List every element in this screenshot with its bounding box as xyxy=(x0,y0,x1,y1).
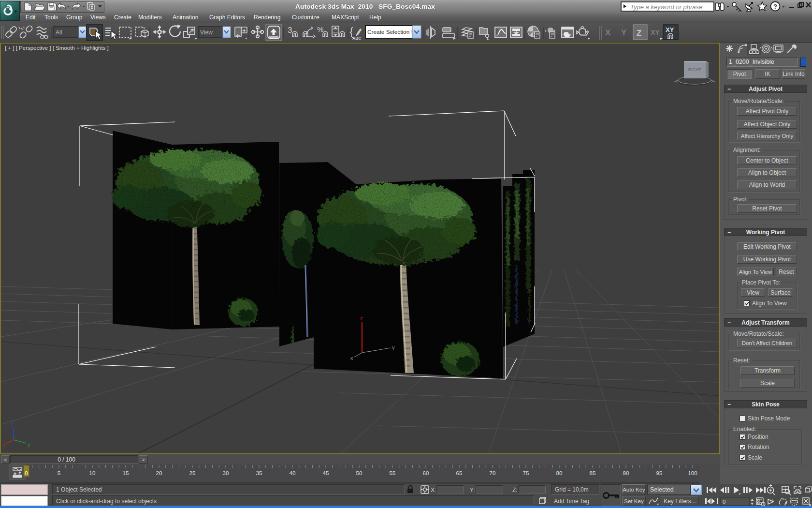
svg-text:15: 15 xyxy=(123,470,129,476)
svg-text:x: x xyxy=(2,442,5,448)
svg-text:30: 30 xyxy=(223,470,229,476)
svg-text:60: 60 xyxy=(423,470,429,476)
svg-text:65: 65 xyxy=(456,470,463,476)
svg-text:?: ? xyxy=(773,3,777,10)
svg-text:All: All xyxy=(56,29,62,36)
svg-text:70: 70 xyxy=(490,470,496,476)
svg-text:0: 0 xyxy=(25,470,28,476)
svg-text:20: 20 xyxy=(156,470,162,476)
svg-text:35: 35 xyxy=(256,470,262,476)
svg-text:75: 75 xyxy=(523,470,529,476)
svg-text:3: 3 xyxy=(288,26,292,35)
svg-text:X: X xyxy=(605,28,611,37)
svg-text:z: z xyxy=(360,315,363,321)
svg-text:90: 90 xyxy=(623,470,629,476)
svg-text:ABC: ABC xyxy=(352,36,361,41)
svg-text:85: 85 xyxy=(590,470,596,476)
svg-text:XY: XY xyxy=(651,29,660,36)
svg-text:10: 10 xyxy=(89,470,96,476)
svg-text:View: View xyxy=(200,29,213,36)
svg-text:0: 0 xyxy=(723,499,725,505)
svg-text:x: x xyxy=(350,355,353,361)
svg-text:80: 80 xyxy=(556,470,563,476)
svg-text:Y: Y xyxy=(621,28,627,37)
svg-text:%: % xyxy=(317,25,323,33)
svg-text:95: 95 xyxy=(656,470,663,476)
svg-text:z: z xyxy=(11,421,14,427)
svg-text:XY: XY xyxy=(666,26,674,33)
svg-text:RIGHT: RIGHT xyxy=(688,67,701,72)
svg-text:45: 45 xyxy=(323,470,329,476)
svg-text:50: 50 xyxy=(356,470,362,476)
svg-text:Z: Z xyxy=(637,29,641,38)
svg-text:25: 25 xyxy=(189,470,196,476)
svg-text:5: 5 xyxy=(58,470,60,476)
svg-text:y: y xyxy=(392,344,395,350)
svg-text:40: 40 xyxy=(290,470,296,476)
svg-text:55: 55 xyxy=(390,470,396,476)
svg-text:Create Selection Se: Create Selection Se xyxy=(367,29,418,35)
svg-text:100: 100 xyxy=(688,470,697,476)
svg-text:y: y xyxy=(28,442,30,448)
